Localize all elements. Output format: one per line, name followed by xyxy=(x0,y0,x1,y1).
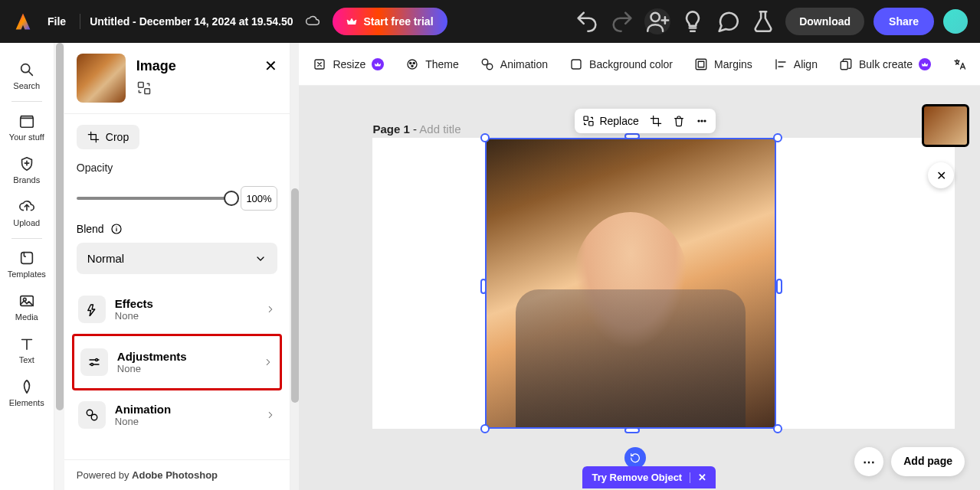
opacity-value[interactable]: 100% xyxy=(241,186,277,211)
tb-resize[interactable]: Resize xyxy=(313,57,384,71)
effects-icon xyxy=(78,296,106,323)
trial-label: Start free trial xyxy=(363,15,433,28)
resize-handle-mt[interactable] xyxy=(624,133,640,139)
comment-button[interactable] xyxy=(715,8,741,34)
tb-align[interactable]: Align xyxy=(774,57,818,71)
svg-rect-22 xyxy=(841,61,847,70)
rail-scrollbar[interactable] xyxy=(54,43,64,490)
animation-section[interactable]: AnimationNone xyxy=(77,395,277,435)
opacity-label: Opacity xyxy=(77,162,277,174)
page-thumbnail[interactable] xyxy=(922,104,969,147)
adjustments-section[interactable]: AdjustmentsNone xyxy=(79,342,275,382)
crop-label: Crop xyxy=(106,131,129,143)
close-panel-button[interactable]: ✕ xyxy=(264,57,277,75)
crop-tool-button[interactable] xyxy=(650,115,662,127)
left-rail: Search Your stuff Brands Upload Template… xyxy=(0,43,54,490)
selection-toolbar: Replace xyxy=(575,109,715,133)
more-button[interactable] xyxy=(696,115,708,127)
more-options-button[interactable]: ⋯ xyxy=(854,447,883,476)
delete-button[interactable] xyxy=(673,115,685,127)
invite-button[interactable] xyxy=(644,8,670,34)
download-button[interactable]: Download xyxy=(785,8,864,35)
cloud-status-icon[interactable] xyxy=(305,14,320,29)
resize-handle-br[interactable] xyxy=(773,424,782,433)
hint-button[interactable] xyxy=(680,8,706,34)
svg-rect-24 xyxy=(589,122,593,126)
tb-theme[interactable]: Theme xyxy=(405,57,459,71)
resize-handle-ml[interactable] xyxy=(480,279,487,294)
panel-scrollbar[interactable] xyxy=(290,43,299,490)
blend-select[interactable]: Normal xyxy=(77,243,277,274)
replace-button[interactable]: Replace xyxy=(582,115,638,127)
animation-icon xyxy=(78,401,106,429)
section-sub: None xyxy=(115,416,256,427)
premium-icon xyxy=(372,58,384,70)
close-icon[interactable]: ✕ xyxy=(698,472,706,483)
adobe-logo[interactable] xyxy=(12,11,34,32)
document-title[interactable]: Untitled - December 14, 2024 at 19.54.50 xyxy=(90,15,293,28)
canvas-wrap: Resize Theme Animation Background color … xyxy=(299,43,980,490)
svg-rect-20 xyxy=(696,59,706,70)
panel-header: Image ✕ xyxy=(64,43,290,113)
svg-rect-2 xyxy=(21,253,32,264)
selected-image[interactable] xyxy=(485,138,776,429)
canvas-area[interactable]: Page 1 - Add title Replace ✕ Try Re xyxy=(299,86,980,490)
tb-background[interactable]: Background color xyxy=(569,57,673,71)
swap-icon[interactable] xyxy=(136,80,254,99)
section-sub: None xyxy=(117,363,254,374)
beaker-button[interactable] xyxy=(750,8,776,34)
rail-elements[interactable]: Elements xyxy=(0,372,54,413)
effects-section[interactable]: EffectsNone xyxy=(77,289,277,329)
file-menu[interactable]: File xyxy=(43,12,70,31)
resize-handle-mr[interactable] xyxy=(776,279,782,294)
close-thumbnail-button[interactable]: ✕ xyxy=(928,162,954,188)
tb-translate[interactable] xyxy=(952,57,966,71)
svg-point-1 xyxy=(21,64,29,73)
svg-point-18 xyxy=(487,64,493,70)
svg-point-27 xyxy=(704,120,706,122)
svg-rect-19 xyxy=(572,60,581,69)
crop-button[interactable]: Crop xyxy=(77,125,139,149)
redo-button[interactable] xyxy=(609,8,635,34)
start-trial-button[interactable]: Start free trial xyxy=(333,8,447,35)
divider xyxy=(11,101,42,102)
slider-thumb[interactable] xyxy=(224,191,239,206)
section-title: Effects xyxy=(115,297,256,310)
rail-media[interactable]: Media xyxy=(0,286,54,328)
chevron-right-icon xyxy=(265,304,276,315)
rail-label: Text xyxy=(19,355,34,364)
rail-label: Brands xyxy=(13,175,40,185)
user-avatar[interactable] xyxy=(943,9,968,34)
rail-templates[interactable]: Templates xyxy=(0,243,54,285)
tb-animation[interactable]: Animation xyxy=(480,57,548,71)
rail-label: Elements xyxy=(9,398,44,407)
rail-your-stuff[interactable]: Your stuff xyxy=(0,106,54,148)
tb-bulk[interactable]: Bulk create xyxy=(839,57,931,71)
add-page-button[interactable]: Add page xyxy=(891,447,965,476)
rail-search[interactable]: Search xyxy=(0,55,54,96)
page-label[interactable]: Page 1 - Add title xyxy=(372,122,461,136)
section-title: Animation xyxy=(115,403,256,416)
rail-brands[interactable]: Brands xyxy=(0,149,54,191)
try-remove-object[interactable]: Try Remove Object ✕ xyxy=(582,466,716,488)
tb-margins[interactable]: Margins xyxy=(694,57,752,71)
properties-panel: Image ✕ Crop Opacity 100% Blend Normal xyxy=(64,43,290,490)
top-bar: File Untitled - December 14, 2024 at 19.… xyxy=(0,0,980,43)
resize-handle-mb[interactable] xyxy=(624,427,640,433)
rail-text[interactable]: Text xyxy=(0,329,54,371)
svg-point-25 xyxy=(698,120,700,122)
svg-rect-23 xyxy=(584,116,588,120)
svg-point-17 xyxy=(482,59,488,65)
share-button[interactable]: Share xyxy=(873,8,934,35)
svg-rect-5 xyxy=(138,82,143,87)
rail-label: Your stuff xyxy=(9,132,44,142)
info-icon[interactable] xyxy=(110,223,123,235)
rail-label: Templates xyxy=(8,270,46,279)
resize-handle-bl[interactable] xyxy=(480,424,490,433)
undo-button[interactable] xyxy=(574,8,600,34)
blend-label: Blend xyxy=(77,223,104,235)
reset-button[interactable] xyxy=(624,447,646,469)
panel-title: Image xyxy=(136,58,254,74)
opacity-slider[interactable] xyxy=(77,197,231,200)
rail-upload[interactable]: Upload xyxy=(0,192,54,234)
